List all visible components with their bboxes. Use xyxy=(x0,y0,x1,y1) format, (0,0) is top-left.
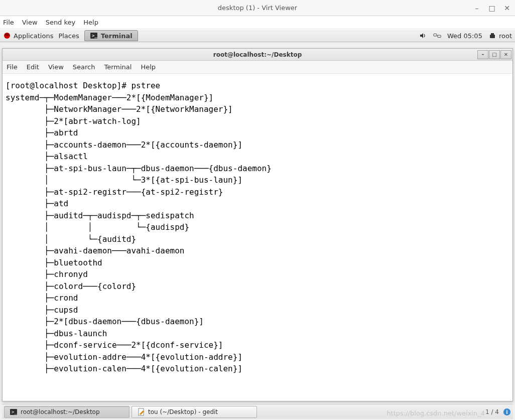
svg-point-1 xyxy=(5,33,10,36)
maximize-icon[interactable]: □ xyxy=(488,4,496,12)
terminal-prompt: [root@localhost Desktop]# xyxy=(6,81,131,90)
svg-rect-7 xyxy=(490,35,495,38)
terminal-body[interactable]: [root@localhost Desktop]# pstree systemd… xyxy=(3,74,512,401)
applications-menu[interactable]: Applications xyxy=(3,32,53,40)
svg-text:i: i xyxy=(506,409,507,414)
power-icon xyxy=(488,32,496,40)
terminal-menu-help[interactable]: Help xyxy=(141,63,156,71)
terminal-maximize-button[interactable]: □ xyxy=(489,50,500,59)
clock[interactable]: Wed 05:05 xyxy=(447,32,482,40)
svg-rect-8 xyxy=(491,33,494,35)
terminal-menu-search[interactable]: Search xyxy=(73,63,95,71)
terminal-menubar: File Edit View Search Terminal Help xyxy=(3,61,512,74)
taskbar-item-label: tou (~/Desktop) - gedit xyxy=(148,408,218,415)
terminal-titlebar[interactable]: root@localhost:~/Desktop – □ ✕ xyxy=(3,49,512,61)
svg-text:>_: >_ xyxy=(12,409,17,414)
redhat-icon xyxy=(3,32,11,40)
terminal-menu-file[interactable]: File xyxy=(7,63,18,71)
taskbar-item-gedit[interactable]: tou (~/Desktop) - gedit xyxy=(132,406,257,418)
virt-titlebar: desktop (1) - Virt Viewer – □ ✕ xyxy=(0,0,515,16)
virt-menu-sendkey[interactable]: Send key xyxy=(46,19,76,26)
terminal-icon: >_ xyxy=(90,32,98,40)
virt-menu-view[interactable]: View xyxy=(22,19,38,26)
terminal-menu-edit[interactable]: Edit xyxy=(27,63,39,71)
user-menu[interactable]: root xyxy=(488,32,512,40)
gnome-top-panel: Applications Places >_ Terminal Wed 05:0… xyxy=(0,29,515,42)
panel-active-task[interactable]: >_ Terminal xyxy=(84,30,138,41)
virt-menu-file[interactable]: File xyxy=(3,19,14,26)
taskbar-right: 1 / 4 i xyxy=(485,408,511,416)
network-icon[interactable] xyxy=(433,32,441,40)
applications-label: Applications xyxy=(14,32,53,40)
terminal-title: root@localhost:~/Desktop xyxy=(213,51,302,58)
terminal-window: root@localhost:~/Desktop – □ ✕ File Edit… xyxy=(2,48,513,401)
workspace-indicator[interactable]: 1 / 4 xyxy=(485,408,499,415)
minimize-icon[interactable]: – xyxy=(473,4,481,12)
terminal-output: systemd─┬─ModemManager───2*[{ModemManage… xyxy=(6,93,272,374)
places-menu[interactable]: Places xyxy=(58,32,79,40)
virt-window-title: desktop (1) - Virt Viewer xyxy=(218,4,297,12)
terminal-minimize-button[interactable]: – xyxy=(477,50,488,59)
terminal-close-button[interactable]: ✕ xyxy=(500,50,511,59)
taskbar-item-label: root@localhost:~/Desktop xyxy=(21,408,100,415)
notification-icon[interactable]: i xyxy=(503,408,511,416)
user-label: root xyxy=(499,32,512,40)
gedit-icon xyxy=(137,408,145,416)
terminal-menu-terminal[interactable]: Terminal xyxy=(104,63,132,71)
terminal-icon: >_ xyxy=(10,408,18,416)
virt-menu-help[interactable]: Help xyxy=(83,19,98,26)
virt-menubar: File View Send key Help xyxy=(0,16,515,29)
svg-rect-5 xyxy=(438,35,441,37)
close-icon[interactable]: ✕ xyxy=(503,4,511,12)
taskbar-item-terminal[interactable]: >_ root@localhost:~/Desktop xyxy=(4,406,130,418)
virt-window-controls: – □ ✕ xyxy=(473,4,511,12)
svg-rect-4 xyxy=(434,34,437,36)
volume-icon[interactable] xyxy=(419,32,427,40)
terminal-menu-view[interactable]: View xyxy=(48,63,64,71)
svg-text:>_: >_ xyxy=(92,33,97,38)
terminal-command: pstree xyxy=(131,81,160,90)
terminal-window-controls: – □ ✕ xyxy=(477,50,511,59)
places-label: Places xyxy=(58,32,79,40)
panel-active-task-label: Terminal xyxy=(101,32,133,40)
gnome-bottom-taskbar: >_ root@localhost:~/Desktop tou (~/Deskt… xyxy=(2,404,513,419)
